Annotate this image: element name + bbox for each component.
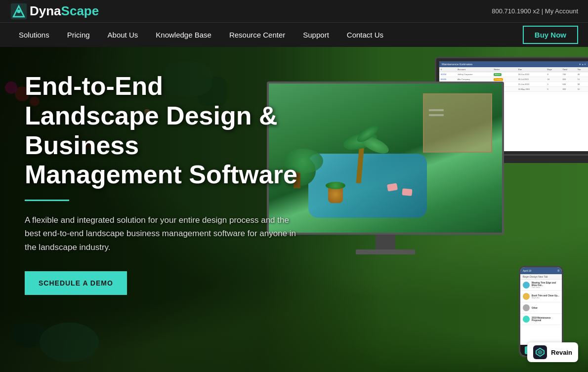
logo-text: DynaScape <box>30 3 99 19</box>
nav-item-contact-us[interactable]: Contact Us <box>338 23 392 47</box>
planter-decoration <box>328 186 343 203</box>
my-account-link[interactable]: My Account <box>545 7 578 15</box>
top-bar: DynaScape 800.710.1900 x2 | My Account <box>0 0 588 22</box>
phone-list-item: Other <box>520 302 562 314</box>
revain-badge: Revain <box>527 342 578 362</box>
hero-divider <box>25 200 69 201</box>
nav-items: Solutions Pricing About Us Knowledge Bas… <box>10 23 518 47</box>
phone-list-item: 2019 Maintenance Proposal <box>520 314 562 325</box>
monitor-screen <box>267 82 504 235</box>
phone-list-item: Mowing Trim Edge and Blow Out... Oak Str… <box>520 280 562 291</box>
nav-item-solutions[interactable]: Solutions <box>10 23 58 47</box>
monitor-stand <box>376 235 395 249</box>
nav-item-pricing[interactable]: Pricing <box>58 23 99 47</box>
top-right-info: 800.710.1900 x2 | My Account <box>492 7 578 15</box>
patio-shape <box>423 93 492 153</box>
palm-tree-decoration <box>358 144 363 183</box>
chair-decoration <box>402 188 412 196</box>
nav-item-resource-center[interactable]: Resource Center <box>220 23 294 47</box>
logo-icon <box>10 2 28 20</box>
hero-title: End-to-End Landscape Design & Business M… <box>25 72 301 190</box>
nav-item-support[interactable]: Support <box>294 23 338 47</box>
hero-description: A flexible and integrated solution for y… <box>25 213 301 254</box>
phone-subheader: Begin Design New Tab <box>520 274 562 280</box>
navigation: Solutions Pricing About Us Knowledge Bas… <box>0 22 588 47</box>
schedule-demo-button[interactable]: SCHEDULE A DEMO <box>25 271 127 295</box>
laptop-header: Maintenance Estimates ▼ ● ✕ <box>439 61 588 67</box>
monitor-landscape <box>269 83 502 233</box>
nav-item-about-us[interactable]: About Us <box>99 23 147 47</box>
revain-label: Revain <box>551 349 572 356</box>
hero-content: End-to-End Landscape Design & Business M… <box>25 72 301 295</box>
buy-now-button[interactable]: Buy Now <box>523 26 578 44</box>
revain-icon <box>533 345 547 359</box>
nav-item-knowledge-base[interactable]: Knowledge Base <box>147 23 220 47</box>
hero-section: End-to-End Landscape Design & Business M… <box>0 47 588 372</box>
svg-point-2 <box>17 9 20 13</box>
monitor-base <box>356 249 415 254</box>
phone-number: 800.710.1900 x2 <box>492 7 540 15</box>
logo[interactable]: DynaScape <box>10 2 99 20</box>
svg-marker-4 <box>538 350 543 355</box>
table-row: 00235 Abc Company Pending 20-Jul-2015 24… <box>439 77 588 82</box>
monitor-mockup <box>267 82 504 259</box>
phone-list-item: Bush Trim and Clean Up... Maple Ave <box>520 291 562 302</box>
table-row: 00234 Jeffery Carpenter Active 24-Jun-20… <box>439 72 588 77</box>
phone-header: April 19 ☰ <box>520 267 562 274</box>
